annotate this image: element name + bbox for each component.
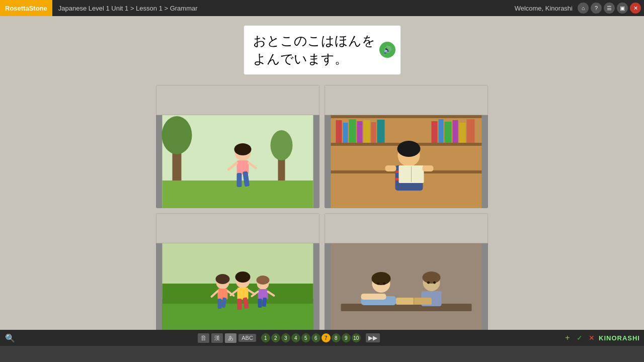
help-icon-btn[interactable]: ? [591, 3, 602, 14]
svg-rect-37 [385, 165, 396, 171]
svg-rect-68 [361, 294, 386, 300]
page-4-btn[interactable]: 4 [291, 333, 300, 342]
page-6-btn[interactable]: 6 [311, 333, 320, 342]
image-choice-grid [156, 85, 488, 336]
svg-point-79 [433, 281, 436, 284]
page-10-btn[interactable]: 10 [352, 333, 361, 342]
page-8-btn[interactable]: 8 [332, 333, 341, 342]
page-2-btn[interactable]: 2 [271, 333, 280, 342]
svg-rect-27 [453, 120, 458, 143]
svg-point-66 [372, 272, 391, 285]
svg-rect-25 [439, 119, 444, 143]
image-photo-4 [325, 243, 488, 336]
breadcrumb-text: Japanese Level 1 Unit 1 > Lesson 1 > Gra… [58, 5, 198, 12]
svg-point-57 [257, 276, 270, 285]
page-1-btn[interactable]: 1 [261, 333, 270, 342]
svg-rect-20 [357, 121, 363, 143]
svg-rect-64 [341, 304, 472, 311]
image-choice-1[interactable] [156, 85, 319, 208]
svg-rect-21 [364, 120, 370, 143]
bottom-center-controls: 音 漢 あ ABC 1 2 3 4 5 6 7 8 9 10 ▶▶ [198, 333, 380, 343]
home-icon-btn[interactable]: ⌂ [578, 3, 589, 14]
close-small-button[interactable]: ✕ [587, 333, 597, 343]
svg-rect-74 [414, 298, 432, 305]
check-button[interactable]: ✓ [575, 333, 585, 343]
logo-text: RosettaStone [5, 5, 47, 12]
svg-point-31 [397, 141, 421, 157]
svg-rect-18 [343, 123, 348, 143]
image-choice-4[interactable] [325, 213, 488, 336]
svg-rect-14 [331, 115, 482, 118]
image-choice-3[interactable] [156, 213, 319, 336]
svg-rect-45 [218, 299, 222, 309]
script-kanji-btn[interactable]: 漢 [211, 333, 223, 343]
svg-point-77 [383, 282, 385, 285]
svg-rect-28 [459, 123, 466, 143]
speaker-icon: 🔊 [383, 45, 391, 55]
image-label-2 [325, 85, 488, 115]
svg-rect-17 [336, 120, 342, 143]
rosetta-stone-logo: RosettaStone [0, 0, 52, 16]
breadcrumb: Japanese Level 1 Unit 1 > Lesson 1 > Gra… [52, 5, 204, 12]
close-icon-btn[interactable]: ✕ [630, 3, 641, 14]
svg-point-76 [377, 282, 379, 285]
image-label-3 [156, 213, 319, 243]
menu-icon-btn[interactable]: ☰ [604, 3, 615, 14]
image-label-1 [156, 85, 319, 115]
script-hiragana-btn[interactable]: あ [225, 333, 236, 343]
svg-rect-26 [445, 122, 452, 143]
settings-icon-btn[interactable]: ▣ [617, 3, 628, 14]
welcome-text: Welcome, Kinorashi [510, 5, 578, 12]
svg-rect-52 [237, 299, 242, 310]
svg-rect-24 [432, 121, 438, 143]
page-5-btn[interactable]: 5 [301, 333, 310, 342]
search-icon: 🔍 [5, 334, 15, 342]
script-kana-phonetic-btn[interactable]: 音 [198, 333, 209, 343]
page-indicator: 1 2 3 4 5 6 7 8 9 10 [261, 333, 361, 342]
search-button[interactable]: 🔍 [0, 333, 15, 343]
svg-rect-73 [396, 298, 414, 305]
svg-rect-29 [467, 119, 475, 143]
top-navigation-bar: RosettaStone Japanese Level 1 Unit 1 > L… [0, 0, 644, 16]
svg-rect-23 [377, 120, 385, 143]
navigate-forward-btn[interactable]: ▶▶ [366, 333, 380, 342]
page-3-btn[interactable]: 3 [281, 333, 290, 342]
bottom-toolbar: 🔍 音 漢 あ ABC 1 2 3 4 5 6 7 8 9 10 ▶▶ + ✓ [0, 330, 644, 346]
add-button[interactable]: + [562, 333, 573, 343]
bottom-right-controls: + ✓ ✕ KINORASHI [562, 333, 644, 343]
svg-rect-19 [349, 119, 356, 143]
svg-point-2 [162, 116, 192, 154]
svg-point-4 [271, 130, 293, 160]
svg-rect-63 [331, 243, 482, 336]
svg-point-43 [216, 274, 230, 284]
image-label-4 [325, 213, 488, 243]
top-icon-group: ⌂ ? ☰ ▣ ✕ [578, 3, 644, 14]
page-7-btn[interactable]: 7 [321, 333, 331, 342]
image-photo-2 [325, 115, 488, 208]
svg-point-50 [235, 272, 251, 283]
page-9-btn[interactable]: 9 [342, 333, 351, 342]
svg-point-78 [427, 281, 430, 284]
svg-point-7 [234, 143, 252, 155]
image-photo-1 [156, 115, 319, 208]
username-display: KINORASHI [599, 334, 640, 342]
image-choice-2[interactable] [325, 85, 488, 208]
audio-play-button[interactable]: 🔊 [379, 42, 395, 58]
sentence-display-box: おとこのこはほんを よんでいます。 🔊 [244, 25, 401, 75]
main-content: おとこのこはほんを よんでいます。 🔊 [0, 16, 644, 346]
script-abc-btn[interactable]: ABC [238, 334, 256, 342]
svg-rect-22 [371, 122, 376, 143]
image-photo-3 [156, 243, 319, 336]
svg-rect-9 [237, 173, 242, 187]
svg-rect-59 [258, 299, 262, 308]
logo-area: RosettaStone Japanese Level 1 Unit 1 > L… [0, 0, 204, 16]
japanese-sentence: おとこのこはほんを よんでいます。 [253, 32, 375, 68]
svg-point-70 [423, 272, 441, 284]
svg-rect-38 [423, 165, 434, 171]
